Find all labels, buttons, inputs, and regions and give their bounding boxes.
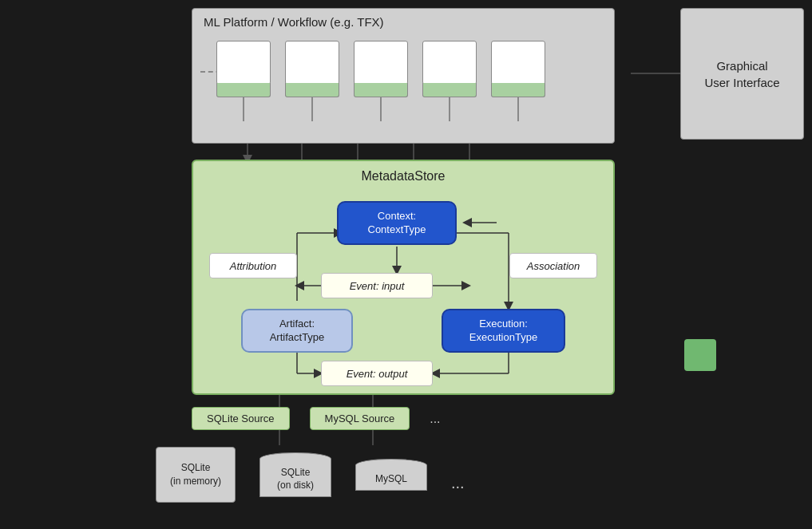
sources-row: SQLite Source MySQL Source ... — [192, 407, 441, 430]
metadata-store-box: MetadataStore — [192, 160, 615, 395]
green-square-indicator — [684, 339, 716, 371]
execution-label: Execution: ExecutionType — [469, 318, 537, 345]
db-body: SQLite(on disk) — [259, 459, 331, 497]
execution-box: Execution: ExecutionType — [442, 309, 565, 353]
node-green-bar — [285, 83, 339, 97]
pipeline-node-1 — [216, 41, 271, 121]
node-box — [216, 41, 271, 85]
node-green-bar — [422, 83, 477, 97]
node-connector-line — [449, 97, 450, 121]
pipeline-node-4 — [422, 41, 477, 121]
diagram-container: ML Platform / Workflow (e.g. TFX) — [0, 0, 812, 529]
sqlite-source-label: SQLite Source — [207, 413, 275, 424]
artifact-label: Artifact: ArtifactType — [270, 318, 325, 345]
db-mysql: MySQL — [355, 459, 427, 491]
gui-box: Graphical User Interface — [680, 8, 804, 140]
event-input-text: Event: input — [350, 280, 405, 292]
database-row: SQLite(in memory) SQLite(on disk) MySQL … — [156, 447, 465, 503]
node-box — [422, 41, 477, 85]
association-text: Association — [527, 260, 580, 272]
db-sqlite-memory-label: SQLite(in memory) — [170, 461, 221, 488]
mysql-source-box: MySQL Source — [310, 407, 410, 430]
db-sqlite-memory: SQLite(in memory) — [156, 447, 236, 503]
node-connector-line — [311, 97, 313, 121]
event-output-box: Event: output — [321, 361, 433, 386]
db-ellipsis: ... — [451, 474, 465, 492]
association-label: Association — [509, 253, 597, 278]
sources-ellipsis: ... — [430, 412, 440, 426]
node-green-bar — [216, 83, 271, 97]
pipeline-nodes — [216, 41, 545, 121]
event-input-box: Event: input — [321, 273, 433, 298]
node-connector-line — [243, 97, 244, 121]
pipeline-node-5 — [491, 41, 545, 121]
db-mysql-label: MySQL — [375, 473, 407, 484]
context-box: Context: ContextType — [337, 201, 457, 245]
event-output-text: Event: output — [347, 368, 408, 380]
node-box — [354, 41, 408, 85]
node-connector-line — [380, 97, 382, 121]
context-label: Context: ContextType — [368, 210, 426, 237]
gui-label: Graphical User Interface — [704, 57, 779, 91]
sqlite-source-box: SQLite Source — [192, 407, 290, 430]
pipeline-node-2 — [285, 41, 339, 121]
node-green-bar — [491, 83, 545, 97]
db-sqlite-disk: SQLite(on disk) — [259, 452, 331, 497]
node-green-bar — [354, 83, 408, 97]
node-connector-line — [517, 97, 519, 121]
attribution-label: Attribution — [209, 253, 297, 278]
node-box — [491, 41, 545, 85]
pipeline-node-3 — [354, 41, 408, 121]
attribution-text: Attribution — [230, 260, 277, 272]
artifact-box: Artifact: ArtifactType — [241, 309, 353, 353]
db-body: MySQL — [355, 465, 427, 491]
mysql-source-label: MySQL Source — [325, 413, 395, 424]
ml-platform-label: ML Platform / Workflow (e.g. TFX) — [204, 15, 384, 29]
ml-platform-box: ML Platform / Workflow (e.g. TFX) — [192, 8, 615, 144]
db-sqlite-disk-label: SQLite(on disk) — [277, 467, 314, 491]
metadata-store-label: MetadataStore — [193, 169, 613, 184]
node-box — [285, 41, 339, 85]
